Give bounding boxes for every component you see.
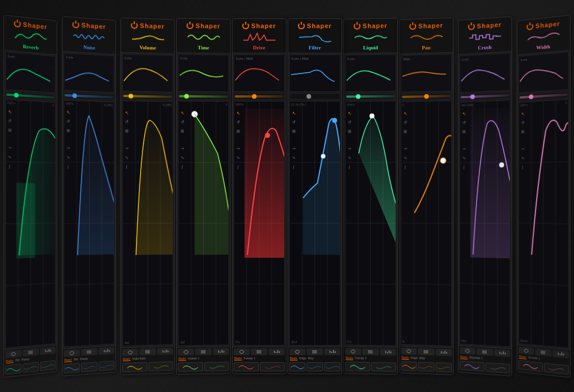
footer-btn-eq-liquid[interactable] xyxy=(380,348,396,355)
preset-stutter-1-time[interactable]: Stutter 1 xyxy=(187,356,200,360)
preset-wave-btn-0-filter[interactable] xyxy=(289,362,305,371)
power-icon-volume[interactable] xyxy=(131,21,138,28)
grid-tool-pan[interactable]: ⊞ xyxy=(402,129,408,134)
link-tool-drive[interactable]: ⊸ xyxy=(235,146,241,152)
preset-edge-filter[interactable]: Edge xyxy=(298,356,307,360)
main-display-pan[interactable]: L R ↖ ↺ ⊞ ⊸ xyxy=(401,100,452,346)
main-display-noise[interactable]: 100% 0 [dB] ↖ xyxy=(64,100,114,347)
pencil-tool-liquid[interactable]: ↺ xyxy=(347,119,352,125)
wave-tool-drive[interactable]: ∿ xyxy=(235,155,241,161)
preset-basic-pan[interactable]: Basic xyxy=(401,355,409,359)
preset-wave-btn-2-noise[interactable] xyxy=(99,360,115,371)
power-icon-drive[interactable] xyxy=(242,22,249,29)
footer-btn-eq-volume[interactable] xyxy=(157,347,173,355)
footer-btn-lines-filter[interactable] xyxy=(307,348,323,355)
footer-btn-loop-noise[interactable] xyxy=(64,349,80,357)
preset-sweep-1-drive[interactable]: Sweep 1 xyxy=(243,356,256,360)
wave-tool-volume[interactable]: ∿ xyxy=(124,154,130,160)
main-display-time[interactable]: 0 -Inf ↖ ↺ ⊞ ⊸ xyxy=(178,100,229,346)
preset-wave-btn-1-time[interactable] xyxy=(204,362,228,371)
grid-tool-liquid[interactable]: ⊞ xyxy=(347,129,352,134)
freq-slider-drive[interactable] xyxy=(235,94,284,99)
preset-wave-btn-0-drive[interactable] xyxy=(234,362,259,371)
footer-btn-loop-reverb[interactable] xyxy=(5,350,22,358)
power-icon-crush[interactable] xyxy=(468,22,475,30)
footer-btn-lines-crush[interactable] xyxy=(476,348,492,356)
grid-tool-filter[interactable]: ⊞ xyxy=(291,129,297,134)
cursor-tool-time[interactable]: ↖ xyxy=(180,110,185,115)
preset-basic-filter[interactable]: Basic xyxy=(289,356,298,360)
preset-wave-btn-1-filter[interactable] xyxy=(307,362,323,371)
preset-wave-btn-2-reverb[interactable] xyxy=(40,360,56,371)
shape-tool-volume[interactable]: ∫ xyxy=(124,164,130,169)
freq-slider-crush[interactable] xyxy=(461,93,509,99)
shape-tool-filter[interactable]: ∫ xyxy=(291,164,297,170)
footer-btn-loop-volume[interactable] xyxy=(122,348,138,356)
footer-btn-lines-drive[interactable] xyxy=(251,348,267,355)
preset-basic-drive[interactable]: Basic xyxy=(234,356,242,360)
power-icon-filter[interactable] xyxy=(298,22,305,29)
cursor-tool-filter[interactable]: ↖ xyxy=(291,110,297,116)
link-tool-liquid[interactable]: ⊸ xyxy=(347,146,352,152)
footer-btn-lines-width[interactable] xyxy=(535,348,551,356)
grid-tool-drive[interactable]: ⊞ xyxy=(235,129,241,134)
freq-slider-liquid[interactable] xyxy=(346,94,395,99)
preset-basic-time[interactable]: Basic xyxy=(178,356,187,360)
grid-tool-volume[interactable]: ⊞ xyxy=(124,128,130,134)
footer-btn-eq-filter[interactable] xyxy=(324,348,340,355)
wave-tool-crush[interactable]: ∿ xyxy=(461,155,467,161)
preset-pump-noise[interactable]: Pump xyxy=(79,356,88,360)
preset-wave-btn-0-volume[interactable] xyxy=(122,362,148,372)
footer-btn-lines-time[interactable] xyxy=(195,348,211,355)
power-icon-time[interactable] xyxy=(187,22,193,29)
preset-wave-btn-1-crush[interactable] xyxy=(485,362,510,373)
preset-wave-btn-2-pan[interactable] xyxy=(436,362,452,372)
footer-btn-eq-drive[interactable] xyxy=(269,348,285,355)
preset-rhy-filter[interactable]: Rhy xyxy=(308,356,315,360)
footer-btn-eq-crush[interactable] xyxy=(494,349,511,357)
wave-tool-time[interactable]: ∿ xyxy=(180,154,185,160)
shape-tool-crush[interactable]: ∫ xyxy=(461,164,467,170)
link-tool-crush[interactable]: ⊸ xyxy=(461,146,467,152)
freq-slider-filter[interactable] xyxy=(290,94,339,99)
footer-btn-lines-pan[interactable] xyxy=(418,348,434,355)
freq-slider-time[interactable] xyxy=(179,94,228,99)
footer-btn-loop-filter[interactable] xyxy=(289,348,305,355)
preset-basic-liquid[interactable]: Basic xyxy=(345,356,354,359)
cursor-tool-crush[interactable]: ↖ xyxy=(461,110,467,116)
footer-btn-loop-drive[interactable] xyxy=(234,348,250,355)
preset-wave-btn-1-noise[interactable] xyxy=(81,362,97,372)
preset-wave-btn-1-volume[interactable] xyxy=(148,361,173,371)
pencil-tool-volume[interactable]: ↺ xyxy=(124,119,130,125)
preset-wave-btn-0-pan[interactable] xyxy=(401,361,417,371)
preset-hit-noise[interactable]: Hit xyxy=(73,357,79,361)
footer-btn-eq-width[interactable] xyxy=(552,350,569,358)
power-icon-width[interactable] xyxy=(526,22,533,30)
freq-slider-noise[interactable] xyxy=(65,93,113,99)
footer-btn-eq-time[interactable] xyxy=(213,348,229,355)
preset-wave-btn-0-noise[interactable] xyxy=(64,363,80,373)
footer-btn-loop-pan[interactable] xyxy=(401,347,417,355)
preset-wave-btn-0-reverb[interactable] xyxy=(5,363,22,374)
grid-tool-time[interactable]: ⊞ xyxy=(180,128,185,134)
link-tool-volume[interactable]: ⊸ xyxy=(124,145,130,151)
preset-rhythm-1-crush[interactable]: Rhythm 1 xyxy=(469,355,483,360)
preset-rhy-pan[interactable]: Rhy xyxy=(419,356,426,359)
shape-tool-liquid[interactable]: ∫ xyxy=(347,164,352,170)
cursor-tool-pan[interactable]: ↖ xyxy=(402,110,408,116)
power-icon-liquid[interactable] xyxy=(354,22,360,29)
preset-edge-pan[interactable]: Edge xyxy=(410,356,418,359)
link-tool-time[interactable]: ⊸ xyxy=(180,145,185,151)
footer-btn-loop-time[interactable] xyxy=(178,348,194,355)
preset-wave-btn-1-reverb[interactable] xyxy=(23,362,39,372)
preset-wave-btn-1-liquid[interactable] xyxy=(371,362,396,372)
pencil-tool-drive[interactable]: ↺ xyxy=(235,119,241,125)
wave-tool-liquid[interactable]: ∿ xyxy=(347,155,352,161)
main-display-reverb[interactable]: 100% 0 ↖ xyxy=(5,99,56,348)
shape-tool-time[interactable]: ∫ xyxy=(180,164,185,169)
main-display-crush[interactable]: 44.1 kHz 8Hz xyxy=(460,100,510,347)
preset-wave-btn-0-liquid[interactable] xyxy=(345,362,370,371)
grid-tool-crush[interactable]: ⊞ xyxy=(461,129,467,134)
footer-btn-eq-noise[interactable] xyxy=(99,347,115,355)
footer-btn-eq-pan[interactable] xyxy=(436,348,452,356)
